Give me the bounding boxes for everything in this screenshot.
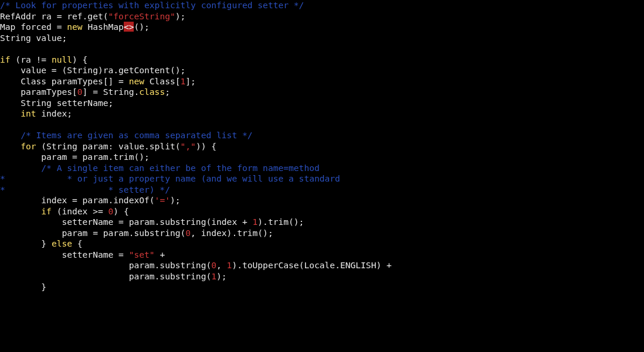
- code-text: ) {: [113, 206, 128, 216]
- code-text: param.substring(: [0, 271, 211, 281]
- code-text: }: [0, 282, 46, 292]
- code-text: index = param.indexOf(: [0, 195, 155, 205]
- number: 0: [77, 87, 83, 97]
- code-text: );: [170, 195, 181, 205]
- comment: * * setter) */: [0, 184, 170, 194]
- number: 1: [253, 217, 258, 227]
- code-text: ;: [165, 87, 170, 97]
- keyword: int: [21, 108, 36, 118]
- code-text: Class paramTypes[] =: [0, 76, 129, 86]
- number: 1: [211, 271, 216, 281]
- code-text: String value;: [0, 33, 67, 43]
- comment: /* Look for properties with explicitly c…: [0, 0, 304, 10]
- keyword: for: [21, 141, 36, 151]
- code-text: Map forced =: [0, 22, 67, 32]
- code-text: ();: [134, 22, 149, 32]
- string-literal: ",": [181, 141, 196, 151]
- code-text: index;: [36, 108, 73, 118]
- code-text: setterName =: [0, 250, 129, 259]
- code-text: ];: [185, 76, 196, 86]
- code-text: param = param.substring(: [0, 228, 185, 238]
- comment: /* Items are given as comma separated li…: [0, 130, 253, 140]
- error-highlight: <>: [124, 22, 134, 32]
- code-text: ] = String.: [83, 87, 140, 97]
- code-text: param = param.trim();: [0, 152, 150, 162]
- code-text: , index).trim();: [191, 228, 273, 238]
- code-text: {: [72, 238, 83, 248]
- keyword: new: [129, 76, 144, 86]
- code-text: paramTypes[: [0, 87, 77, 97]
- code-text: ).trim();: [257, 217, 304, 227]
- code-text: param.substring(: [0, 260, 211, 270]
- code-text: [0, 206, 41, 216]
- string-literal: "set": [129, 250, 155, 259]
- number: 0: [211, 260, 216, 270]
- keyword: else: [52, 238, 72, 248]
- code-text: ) {: [72, 54, 87, 64]
- code-text: HashMap: [83, 22, 124, 32]
- code-text: (index >=: [52, 206, 109, 216]
- number: 0: [109, 206, 114, 216]
- keyword: null: [52, 54, 72, 64]
- code-text: [0, 141, 21, 151]
- keyword: if: [41, 206, 52, 216]
- comment: * * or just a property name (and we will…: [0, 173, 340, 183]
- code-text: ).toUpperCase(Locale.ENGLISH) +: [232, 260, 391, 270]
- comment: /* A single item can either be of the fo…: [0, 163, 320, 173]
- number: 1: [181, 76, 186, 86]
- code-text: }: [0, 238, 52, 248]
- code-text: setterName = param.substring(index +: [0, 217, 253, 227]
- code-text: )) {: [196, 141, 216, 151]
- code-editor[interactable]: /* Look for properties with explicitly c…: [0, 0, 644, 293]
- keyword: class: [139, 87, 165, 97]
- code-text: value = (String)ra.getContent();: [0, 65, 185, 75]
- keyword: if: [0, 54, 11, 64]
- string-literal: "forceString": [109, 11, 175, 21]
- number: 0: [185, 228, 191, 238]
- code-text: );: [175, 11, 186, 21]
- code-text: ,: [216, 260, 227, 270]
- char-literal: '=': [155, 195, 170, 205]
- code-text: Class[: [144, 76, 181, 86]
- code-text: RefAddr ra = ref.get(: [0, 11, 109, 21]
- code-text: (String param: value.split(: [36, 141, 181, 151]
- code-text: +: [155, 250, 165, 259]
- keyword: new: [67, 22, 82, 32]
- code-text: (ra !=: [11, 54, 52, 64]
- code-text: String setterName;: [0, 98, 113, 108]
- code-text: [0, 108, 21, 118]
- code-text: );: [216, 271, 227, 281]
